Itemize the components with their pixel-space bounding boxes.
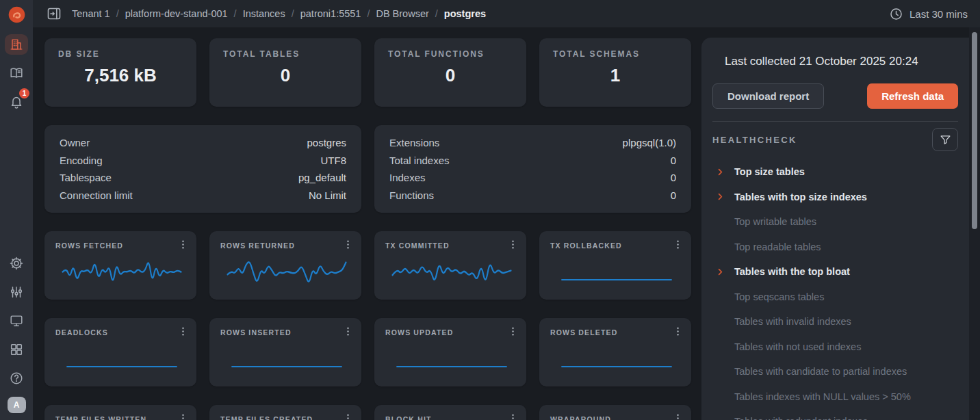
stat-label: DB SIZE xyxy=(58,49,183,59)
info-label: Functions xyxy=(389,189,434,201)
user-avatar[interactable]: A xyxy=(8,397,26,413)
healthcheck-item[interactable]: Top writable tables xyxy=(712,209,958,235)
healthcheck-item[interactable]: Tables with invalid indexes xyxy=(712,309,958,334)
metric-chart-card: TEMP FILES WRITTEN xyxy=(44,405,196,420)
stat-label: TOTAL TABLES xyxy=(223,49,348,59)
sidebar-item-help[interactable] xyxy=(5,368,28,389)
healthcheck-item[interactable]: Top readable tables xyxy=(712,235,958,260)
healthcheck-item[interactable]: Tables with top size indexes xyxy=(712,185,958,210)
healthcheck-item-label: Tables with not used indexes xyxy=(734,341,861,352)
info-value: UTF8 xyxy=(321,155,347,166)
stat-value: 7,516 kB xyxy=(58,65,183,86)
sparkline-chart xyxy=(55,251,188,293)
info-row: Connection limitNo Limit xyxy=(60,189,346,201)
breadcrumb-item[interactable]: Tenant 1 xyxy=(72,8,110,19)
sparkline-chart xyxy=(550,251,683,293)
info-row: Functions0 xyxy=(389,189,676,201)
healthcheck-title: HEALTHCHECK xyxy=(712,135,797,145)
scrollbar-thumb[interactable] xyxy=(972,32,977,229)
stat-value: 0 xyxy=(223,65,348,86)
sidebar-item-notifications[interactable]: 1 xyxy=(5,92,28,112)
building-icon xyxy=(9,37,24,52)
monitor-icon xyxy=(9,313,24,328)
healthcheck-item[interactable]: Tables indexes with NULL values > 50% xyxy=(712,384,958,410)
dashboard-grid: DB SIZE 7,516 kB TOTAL TABLES 0 TOTAL FU… xyxy=(44,38,691,420)
sidebar-item-preferences[interactable] xyxy=(5,282,28,302)
filter-icon xyxy=(939,133,952,146)
sidebar-item-settings[interactable] xyxy=(5,253,28,274)
page-scrollbar[interactable] xyxy=(969,27,980,420)
kebab-menu-icon[interactable] xyxy=(673,413,683,420)
stat-card: DB SIZE 7,516 kB xyxy=(44,38,196,107)
sidebar-item-docs[interactable] xyxy=(5,63,28,83)
healthcheck-item-label: Tables with the top bloat xyxy=(734,266,850,277)
sidebar-collapse-icon[interactable] xyxy=(46,5,62,22)
kebab-menu-icon[interactable] xyxy=(508,326,518,337)
metric-chart-title: TEMP FILES CREATED xyxy=(220,413,313,420)
metric-chart-title: TX COMMITTED xyxy=(385,239,450,250)
kebab-menu-icon[interactable] xyxy=(343,239,353,250)
breadcrumb-separator: / xyxy=(292,8,294,19)
db-info-card: Extensionsplpgsql(1.0)Total indexes0Inde… xyxy=(374,125,691,213)
sidebar-item-monitoring[interactable] xyxy=(5,311,28,331)
kebab-menu-icon[interactable] xyxy=(508,239,518,250)
healthcheck-item[interactable]: Tables with not used indexes xyxy=(712,334,958,360)
refresh-data-button[interactable]: Refresh data xyxy=(867,83,958,109)
kebab-menu-icon[interactable] xyxy=(178,239,188,250)
metric-chart-card: ROWS RETURNED xyxy=(209,231,361,300)
info-row: Extensionsplpgsql(1.0) xyxy=(389,137,676,148)
healthcheck-filter-button[interactable] xyxy=(932,128,958,151)
info-row: Ownerpostgres xyxy=(60,137,346,148)
sparkline-chart xyxy=(550,338,683,380)
sparkline-chart xyxy=(385,251,518,293)
info-value: 0 xyxy=(671,189,676,201)
sidebar-top-nav: 1 xyxy=(5,34,28,112)
metric-chart-title: DEADLOCKS xyxy=(55,326,108,337)
metric-chart-title: TX ROLLBACKED xyxy=(550,239,622,250)
info-label: Owner xyxy=(60,137,90,148)
healthcheck-item[interactable]: Tables with redundant indexes xyxy=(712,409,958,420)
kebab-menu-icon[interactable] xyxy=(673,239,683,250)
sparkline-chart xyxy=(385,338,518,380)
grid-icon xyxy=(9,342,24,357)
kebab-menu-icon[interactable] xyxy=(178,326,188,337)
kebab-menu-icon[interactable] xyxy=(343,413,353,420)
breadcrumb-separator: / xyxy=(116,8,119,19)
metric-chart-card: WRAPAROUND xyxy=(539,405,691,420)
panel-divider xyxy=(712,121,958,122)
kebab-menu-icon[interactable] xyxy=(508,413,518,420)
book-icon xyxy=(9,66,24,81)
app-logo-icon[interactable] xyxy=(8,5,26,24)
metric-chart-card: TEMP FILES CREATED xyxy=(209,405,361,420)
sidebar: 1 A xyxy=(0,0,33,420)
info-label: Total indexes xyxy=(389,155,450,166)
metric-chart-card: ROWS INSERTED xyxy=(209,318,361,386)
breadcrumb-item[interactable]: Instances xyxy=(243,8,285,19)
kebab-menu-icon[interactable] xyxy=(673,326,683,337)
db-overview-main: DB SIZE 7,516 kB TOTAL TABLES 0 TOTAL FU… xyxy=(33,27,701,420)
clock-icon xyxy=(889,7,903,21)
healthcheck-item[interactable]: Tables with the top bloat xyxy=(712,259,958,285)
kebab-menu-icon[interactable] xyxy=(343,326,353,337)
app-root: 1 A Tenant xyxy=(0,0,980,420)
metric-chart-card: TX COMMITTED xyxy=(374,231,526,300)
download-report-button[interactable]: Download report xyxy=(712,83,824,109)
healthcheck-item[interactable]: Tables with candidate to partial indexes xyxy=(712,359,958,384)
info-label: Connection limit xyxy=(60,189,133,201)
stat-label: TOTAL SCHEMAS xyxy=(553,49,678,59)
healthcheck-item[interactable]: Top size tables xyxy=(712,159,958,185)
healthcheck-item[interactable]: Top seqscans tables xyxy=(712,285,958,310)
sidebar-item-apps[interactable] xyxy=(5,339,28,360)
breadcrumb-separator: / xyxy=(234,8,237,19)
time-range-selector[interactable]: Last 30 mins xyxy=(889,7,968,21)
healthcheck-item-label: Top size tables xyxy=(734,166,805,177)
breadcrumb-item[interactable]: DB Browser xyxy=(376,8,428,19)
breadcrumb-item[interactable]: platform-dev-stand-001 xyxy=(125,8,228,19)
healthcheck-item-label: Top writable tables xyxy=(734,216,816,227)
breadcrumb-item[interactable]: patroni1:5551 xyxy=(300,8,361,19)
stat-card: TOTAL SCHEMAS 1 xyxy=(539,38,691,107)
metric-chart-title: ROWS DELETED xyxy=(550,326,617,337)
kebab-menu-icon[interactable] xyxy=(178,413,188,420)
metric-chart-title: TEMP FILES WRITTEN xyxy=(55,413,146,420)
sidebar-item-infrastructure[interactable] xyxy=(5,34,28,55)
